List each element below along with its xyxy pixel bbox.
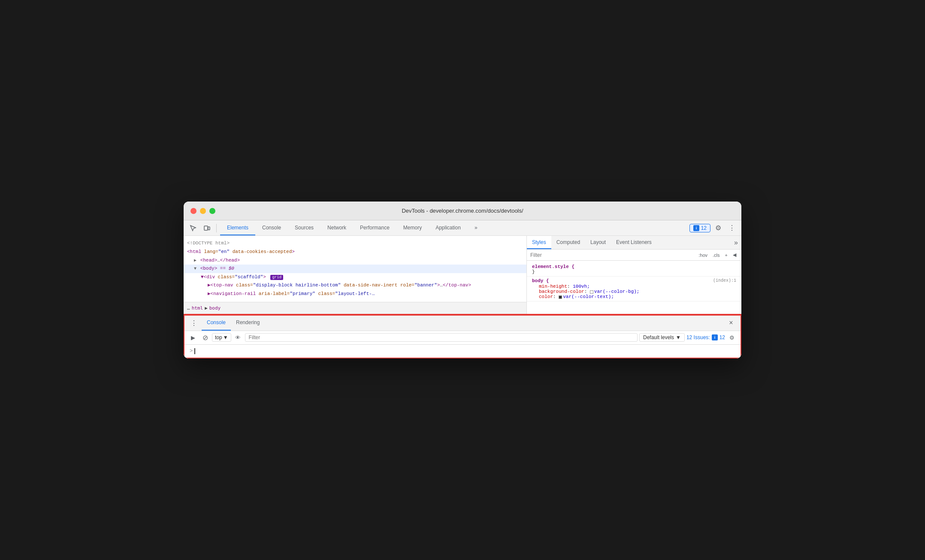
dom-div-scaffold[interactable]: ▼<div class="scaffold"> grid	[184, 273, 526, 282]
device-toolbar-icon[interactable]	[201, 222, 213, 234]
dom-html[interactable]: <html lang="en" data-cookies-accepted>	[184, 248, 526, 256]
color-swatch	[559, 295, 562, 299]
issues-icon: i	[693, 225, 699, 231]
minimize-button[interactable]	[200, 208, 206, 214]
tab-layout[interactable]: Layout	[585, 236, 611, 249]
svg-rect-1	[208, 227, 210, 230]
tab-computed[interactable]: Computed	[551, 236, 585, 249]
styles-panel: Styles Computed Layout Event Listeners »	[527, 236, 741, 313]
devtools-toolbar: Elements Console Sources Network Perform…	[184, 220, 741, 236]
console-prompt: >	[190, 348, 193, 354]
close-drawer-button[interactable]: ×	[725, 317, 737, 329]
drawer-menu-icon[interactable]: ⋮	[188, 317, 200, 329]
devtools-window: DevTools - developer.chrome.com/docs/dev…	[184, 202, 741, 358]
drawer-tabs: Console Rendering	[202, 316, 265, 331]
console-settings-icon[interactable]: ⚙	[727, 332, 737, 343]
breadcrumb-html[interactable]: html	[192, 305, 203, 311]
drawer-header: ⋮ Console Rendering ×	[184, 316, 741, 331]
filter-messages-button[interactable]: ⊘	[200, 332, 210, 343]
traffic-lights	[190, 208, 215, 214]
more-options-icon[interactable]: ⋮	[726, 222, 738, 234]
body-style-section: body { (index):1 min-height: 100vh; back…	[527, 277, 741, 301]
styles-filter-input[interactable]	[530, 252, 693, 258]
drawer-tab-console[interactable]: Console	[202, 316, 231, 331]
filter-actions: :hov .cls + ◀	[697, 251, 738, 259]
add-style-rule-button[interactable]: +	[723, 252, 729, 259]
context-dropdown-icon: ▼	[223, 334, 228, 340]
settings-icon[interactable]: ⚙	[712, 222, 724, 234]
tab-elements[interactable]: Elements	[220, 220, 255, 235]
color-scheme-icon[interactable]: ◀	[731, 251, 738, 259]
dom-head[interactable]: ▶ <head>…</head>	[184, 256, 526, 265]
clear-console-button[interactable]: ▶	[188, 332, 198, 343]
toolbar-separator	[216, 224, 217, 232]
filter-bar: :hov .cls + ◀	[527, 250, 741, 261]
element-style-close: }	[532, 269, 736, 274]
styles-content: element.style { } body { (index):1 min-h…	[527, 261, 741, 313]
devtools-tabs: Elements Console Sources Network Perform…	[220, 220, 688, 235]
styles-tabs-more[interactable]: »	[731, 239, 741, 247]
tab-styles[interactable]: Styles	[527, 236, 551, 249]
console-drawer: ⋮ Console Rendering × ▶ ⊘ top ▼	[184, 315, 741, 358]
console-issues-icon: i	[712, 334, 718, 340]
fullscreen-button[interactable]	[209, 208, 215, 214]
default-levels-button[interactable]: Default levels ▼	[639, 333, 685, 342]
drawer-tab-rendering[interactable]: Rendering	[231, 316, 265, 331]
dom-tree: <!DOCTYPE html> <html lang="en" data-coo…	[184, 236, 526, 301]
cls-button[interactable]: .cls	[711, 252, 722, 259]
console-drawer-wrapper: ⋮ Console Rendering × ▶ ⊘ top ▼	[184, 314, 741, 358]
default-levels-dropdown-icon: ▼	[676, 334, 681, 340]
tab-application[interactable]: Application	[429, 220, 468, 235]
breadcrumb-bar: … html ▶ body	[184, 302, 526, 314]
console-cursor	[194, 348, 195, 354]
svg-text:i: i	[695, 226, 697, 230]
tab-sources[interactable]: Sources	[288, 220, 320, 235]
main-content: <!DOCTYPE html> <html lang="en" data-coo…	[184, 236, 741, 313]
console-toolbar: ▶ ⊘ top ▼ 👁 Default levels ▼ 12 Issues: …	[184, 331, 741, 345]
top-context-selector[interactable]: top ▼	[212, 333, 231, 342]
inspect-element-icon[interactable]	[187, 222, 199, 234]
tab-network[interactable]: Network	[320, 220, 353, 235]
tab-performance[interactable]: Performance	[353, 220, 396, 235]
style-origin: (index):1	[713, 278, 736, 283]
style-prop-color: color: var(--color-text);	[532, 294, 736, 299]
dom-doctype: <!DOCTYPE html>	[184, 239, 526, 248]
show-live-expressions-button[interactable]: 👁	[233, 332, 243, 343]
tab-event-listeners[interactable]: Event Listeners	[611, 236, 657, 249]
more-tabs-button[interactable]: »	[468, 220, 484, 235]
dom-nav-rail[interactable]: ▶<navigation-rail aria-label="primary" c…	[184, 290, 526, 298]
hov-button[interactable]: :hov	[697, 252, 709, 259]
bg-color-swatch	[590, 290, 593, 294]
dom-top-nav[interactable]: ▶<top-nav class="display-block hairline-…	[184, 281, 526, 290]
style-prop-bg-color: background-color: var(--color-bg);	[532, 289, 736, 294]
element-style-selector: element.style {	[532, 264, 736, 269]
toolbar-right: i 12 ⚙ ⋮	[689, 222, 738, 234]
title-bar: DevTools - developer.chrome.com/docs/dev…	[184, 202, 741, 220]
svg-text:i: i	[714, 335, 715, 340]
breadcrumb-body[interactable]: body	[209, 305, 221, 311]
dom-body[interactable]: ▼ <body> == $0	[184, 265, 526, 273]
svg-rect-0	[204, 226, 208, 230]
console-issues-badge[interactable]: 12 Issues: i 12	[686, 334, 725, 340]
console-input-area[interactable]: >	[184, 345, 741, 358]
console-filter-input[interactable]	[245, 333, 638, 342]
devtools-panel: Elements Console Sources Network Perform…	[184, 220, 741, 358]
elements-panel: <!DOCTYPE html> <html lang="en" data-coo…	[184, 236, 527, 313]
styles-tabs: Styles Computed Layout Event Listeners »	[527, 236, 741, 250]
issues-badge[interactable]: i 12	[689, 224, 710, 232]
tab-console[interactable]: Console	[255, 220, 288, 235]
close-button[interactable]	[190, 208, 196, 214]
element-style-section: element.style { }	[527, 262, 741, 277]
window-title: DevTools - developer.chrome.com/docs/dev…	[402, 208, 523, 214]
tab-memory[interactable]: Memory	[396, 220, 429, 235]
style-prop-min-height: min-height: 100vh;	[532, 284, 736, 289]
